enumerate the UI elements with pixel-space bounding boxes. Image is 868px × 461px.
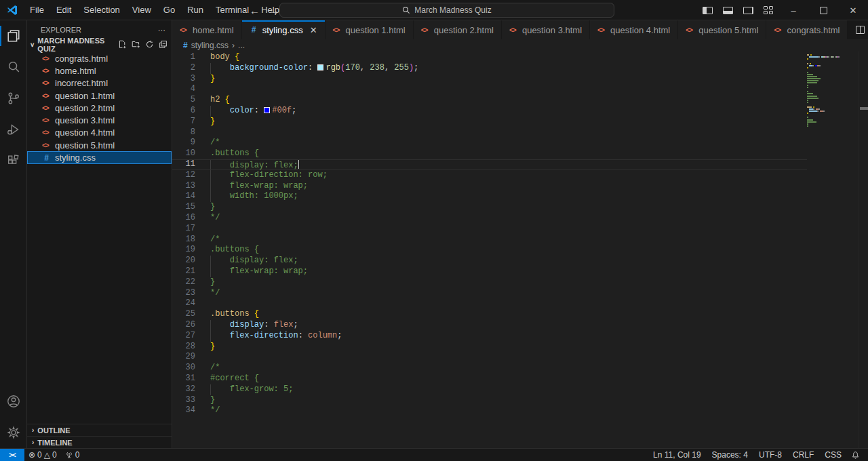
notifications-button[interactable] <box>847 449 868 461</box>
tab-congrats-html[interactable]: <>congrats.html <box>766 20 848 39</box>
menu-go[interactable]: Go <box>157 3 181 18</box>
code-line-32[interactable]: 32 flex-grow: 5; <box>172 384 807 395</box>
maximize-button[interactable] <box>808 0 838 20</box>
minimap[interactable] <box>807 54 859 127</box>
code-line-11[interactable]: 11 display: flex; <box>172 159 807 170</box>
code-line-2[interactable]: 2 background-color: rgb(170, 238, 255); <box>172 63 807 74</box>
menu-edit[interactable]: Edit <box>50 3 77 18</box>
tab-question-2-html[interactable]: <>question 2.html <box>414 20 502 39</box>
file-item-home-html[interactable]: <>home.html <box>27 64 172 77</box>
explorer-more-icon[interactable]: ⋯ <box>158 26 166 35</box>
tab-question-4-html[interactable]: <>question 4.html <box>590 20 678 39</box>
code-line-30[interactable]: 30/* <box>172 363 807 374</box>
code-line-33[interactable]: 33} <box>172 395 807 406</box>
tab-question-1-html[interactable]: <>question 1.html <box>326 20 414 39</box>
new-folder-icon[interactable] <box>132 40 140 49</box>
code-line-28[interactable]: 28} <box>172 342 807 353</box>
search-sidebar-icon[interactable] <box>0 52 26 83</box>
code-line-8[interactable]: 8 <box>172 127 807 138</box>
code-line-10[interactable]: 10.buttons { <box>172 148 807 159</box>
file-item-question-1-html[interactable]: <>question 1.html <box>27 89 172 102</box>
toggle-secondary-sidebar-icon[interactable] <box>738 0 758 20</box>
menu-file[interactable]: File <box>24 3 50 18</box>
file-item-incorrect-html[interactable]: <>incorrect.html <box>27 77 172 89</box>
explorer-icon[interactable] <box>0 20 26 52</box>
code-line-15[interactable]: 15} <box>172 202 807 213</box>
collapse-folders-icon[interactable] <box>159 40 167 49</box>
code-line-12[interactable]: 12 flex-direction: row; <box>172 170 807 181</box>
code-line-7[interactable]: 7} <box>172 117 807 127</box>
toggle-panel-icon[interactable] <box>717 0 738 20</box>
code-line-14[interactable]: 14 width: 1000px; <box>172 191 807 202</box>
color-swatch[interactable] <box>264 107 270 113</box>
file-item-question-3-html[interactable]: <>question 3.html <box>27 114 172 126</box>
account-icon[interactable] <box>0 386 26 417</box>
panel-timeline[interactable]: ›TIMELINE <box>27 436 172 448</box>
code-line-18[interactable]: 18/* <box>172 235 807 245</box>
tab-question-5-html[interactable]: <>question 5.html <box>678 20 766 39</box>
menu-view[interactable]: View <box>126 3 157 18</box>
panel-outline[interactable]: ›OUTLINE <box>27 424 172 436</box>
remote-indicator-button[interactable]: >< <box>0 449 24 461</box>
code-line-16[interactable]: 16*/ <box>172 213 807 224</box>
new-file-icon[interactable] <box>118 40 127 49</box>
code-line-27[interactable]: 27 flex-direction: column; <box>172 331 807 342</box>
menu-run[interactable]: Run <box>181 3 210 18</box>
customize-layout-icon[interactable] <box>758 0 778 20</box>
split-editor-icon[interactable] <box>856 26 865 34</box>
file-item-congrats-html[interactable]: <>congrats.html <box>27 52 172 64</box>
code-line-1[interactable]: 1body { <box>172 52 807 63</box>
code-line-29[interactable]: 29 <box>172 352 807 363</box>
file-item-question-4-html[interactable]: <>question 4.html <box>27 127 172 139</box>
code-line-22[interactable]: 22} <box>172 277 807 288</box>
nav-back-button[interactable]: ← <box>250 5 260 16</box>
close-button[interactable]: ✕ <box>838 0 868 20</box>
code-line-34[interactable]: 34*/ <box>172 405 807 416</box>
menu-terminal[interactable]: Terminal <box>210 3 255 18</box>
workspace-section-header[interactable]: ∨ MARCH MADNESS QUIZ <box>27 37 172 52</box>
overview-ruler[interactable] <box>859 52 868 448</box>
code-line-31[interactable]: 31#correct { <box>172 374 807 384</box>
menu-selection[interactable]: Selection <box>77 3 125 18</box>
tab-styling-css[interactable]: #styling.css✕ <box>242 20 326 39</box>
settings-gear-icon[interactable] <box>0 417 26 448</box>
minimize-button[interactable]: – <box>778 0 808 20</box>
extensions-icon[interactable] <box>0 145 26 176</box>
code-line-6[interactable]: 6 color: #00f; <box>172 106 807 117</box>
code-line-4[interactable]: 4 <box>172 84 807 95</box>
status-cursor-position[interactable]: Ln 11, Col 19 <box>648 449 707 461</box>
code-line-5[interactable]: 5h2 { <box>172 95 807 106</box>
toggle-sidebar-icon[interactable] <box>697 0 717 20</box>
status-indentation[interactable]: Spaces: 4 <box>707 449 753 461</box>
code-line-20[interactable]: 20 display: flex; <box>172 256 807 266</box>
code-line-24[interactable]: 24 <box>172 298 807 309</box>
file-item-question-5-html[interactable]: <>question 5.html <box>27 139 172 151</box>
code-editor[interactable]: 1body {2 background-color: rgb(170, 238,… <box>172 52 868 448</box>
color-swatch[interactable] <box>317 64 323 71</box>
code-line-25[interactable]: 25.buttons { <box>172 309 807 320</box>
code-line-19[interactable]: 19.buttons { <box>172 245 807 256</box>
ports-button[interactable]: 0 <box>61 449 84 461</box>
file-item-question-2-html[interactable]: <>question 2.html <box>27 102 172 114</box>
code-line-17[interactable]: 17 <box>172 224 807 235</box>
run-debug-icon[interactable] <box>0 114 26 145</box>
code-line-23[interactable]: 23*/ <box>172 288 807 299</box>
nav-forward-button[interactable]: → <box>269 5 279 16</box>
code-line-21[interactable]: 21 flex-wrap: wrap; <box>172 266 807 277</box>
tab-question-3-html[interactable]: <>question 3.html <box>502 20 590 39</box>
tab-home-html[interactable]: <>home.html <box>172 20 242 39</box>
code-line-3[interactable]: 3} <box>172 74 807 85</box>
refresh-icon[interactable] <box>145 40 154 49</box>
code-line-13[interactable]: 13 flex-wrap: wrap; <box>172 181 807 192</box>
status-language-mode[interactable]: CSS <box>819 449 847 461</box>
file-item-styling-css[interactable]: #styling.css <box>27 151 172 163</box>
command-center-search[interactable]: March Madness Quiz <box>279 3 614 18</box>
status-encoding[interactable]: UTF-8 <box>753 449 787 461</box>
code-line-9[interactable]: 9/* <box>172 138 807 148</box>
status-eol[interactable]: CRLF <box>787 449 819 461</box>
problems-button[interactable]: ⊗ 0 △ 0 <box>24 449 61 461</box>
tab-close-icon[interactable]: ✕ <box>310 25 317 35</box>
code-line-26[interactable]: 26 display: flex; <box>172 320 807 331</box>
breadcrumb[interactable]: # styling.css › ... <box>172 39 868 52</box>
source-control-icon[interactable] <box>0 83 26 114</box>
